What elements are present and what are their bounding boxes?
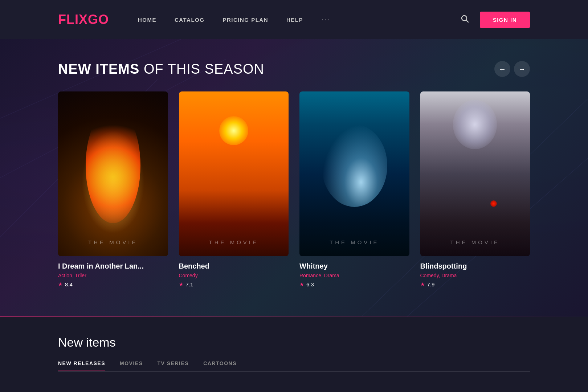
main-nav: HOME CATALOG PRICING PLAN HELP ··· [138, 15, 460, 24]
movie-title-1: I Dream in Another Lan... [58, 262, 168, 270]
movie-title-3: Whitney [299, 262, 409, 270]
nav-home[interactable]: HOME [138, 17, 156, 23]
section-title-bold: NEW ITEMS [58, 61, 139, 77]
header-right: SIGN IN [460, 12, 530, 28]
poster-image-3 [299, 91, 409, 256]
logo[interactable]: FLIXGO [58, 12, 109, 27]
nav-help[interactable]: HELP [286, 17, 303, 23]
movie-poster-1: THE MOVIE [58, 91, 168, 256]
movie-rating-3: ★ 6.3 [299, 281, 409, 287]
movie-poster-2: THE MOVIE [179, 91, 289, 256]
poster-image-1 [58, 91, 168, 256]
movie-poster-3: THE MOVIE [299, 91, 409, 256]
star-icon-2: ★ [179, 281, 184, 287]
nav-catalog[interactable]: CATALOG [175, 17, 204, 23]
new-items-section: New items NEW RELEASES MOVIES TV SERIES … [0, 317, 588, 392]
search-icon [460, 14, 469, 23]
movie-card-3[interactable]: THE MOVIE Whitney Romance, Drama ★ 6.3 [299, 91, 409, 287]
movie-title-4: Blindspotting [420, 262, 530, 270]
star-icon-4: ★ [420, 281, 425, 287]
search-button[interactable] [460, 14, 469, 25]
hero-section: NEW ITEMS OF THIS SEASON ← → THE MOVIE I… [0, 39, 588, 317]
nav-pricing[interactable]: PRICING PLAN [222, 17, 268, 23]
movie-title-2: Benched [179, 262, 289, 270]
section-title-rest: OF THIS SEASON [139, 61, 264, 77]
tab-cartoons[interactable]: CARTOONS [203, 360, 237, 371]
poster-label-2: THE MOVIE [209, 239, 258, 245]
tab-movies[interactable]: MOVIES [120, 360, 143, 371]
poster-image-2 [179, 91, 289, 256]
movie-genres-4: Comedy, Drama [420, 273, 530, 278]
movie-card-4[interactable]: THE MOVIE Blindspotting Comedy, Drama ★ … [420, 91, 530, 287]
movie-genres-3: Romance, Drama [299, 273, 409, 278]
poster-image-4 [420, 91, 530, 256]
poster-label-3: THE MOVIE [330, 239, 379, 245]
logo-suffix: GO [88, 12, 109, 27]
movie-poster-4: THE MOVIE [420, 91, 530, 256]
nav-more-button[interactable]: ··· [321, 15, 330, 24]
star-icon-3: ★ [299, 281, 304, 287]
section-title: NEW ITEMS OF THIS SEASON [58, 61, 264, 77]
movie-card-1[interactable]: THE MOVIE I Dream in Another Lan... Acti… [58, 91, 168, 287]
movie-card-2[interactable]: THE MOVIE Benched Comedy ★ 7.1 [179, 91, 289, 287]
prev-arrow-button[interactable]: ← [494, 61, 510, 77]
header: FLIXGO HOME CATALOG PRICING PLAN HELP ··… [0, 0, 588, 39]
section-header: NEW ITEMS OF THIS SEASON ← → [58, 61, 530, 77]
rating-value-4: 7.9 [427, 281, 435, 287]
svg-line-1 [466, 20, 468, 23]
rating-value-1: 8.4 [65, 281, 73, 287]
logo-prefix: FLIX [58, 12, 88, 27]
rating-value-2: 7.1 [186, 281, 193, 287]
tab-new-releases[interactable]: NEW RELEASES [58, 360, 105, 371]
movie-genres-2: Comedy [179, 273, 289, 278]
star-icon-1: ★ [58, 281, 63, 287]
tab-tv-series[interactable]: TV SERIES [157, 360, 189, 371]
carousel-nav: ← → [494, 61, 530, 77]
movies-grid: THE MOVIE I Dream in Another Lan... Acti… [58, 91, 530, 287]
movie-rating-2: ★ 7.1 [179, 281, 289, 287]
next-arrow-button[interactable]: → [514, 61, 530, 77]
poster-label-1: THE MOVIE [88, 239, 138, 245]
signin-button[interactable]: SIGN IN [480, 12, 530, 28]
movie-genres-1: Action, Triler [58, 273, 168, 278]
rating-value-3: 6.3 [306, 281, 314, 287]
poster-label-4: THE MOVIE [450, 239, 500, 245]
movie-rating-4: ★ 7.9 [420, 281, 530, 287]
new-items-tabs: NEW RELEASES MOVIES TV SERIES CARTOONS [58, 360, 530, 372]
movie-rating-1: ★ 8.4 [58, 281, 168, 287]
new-items-title: New items [58, 335, 530, 350]
